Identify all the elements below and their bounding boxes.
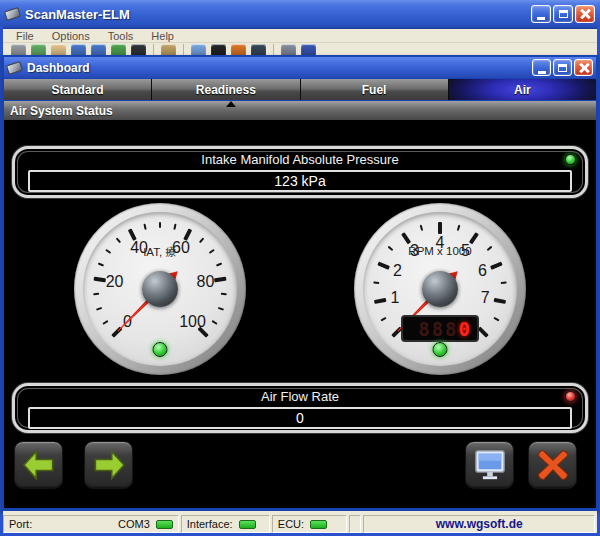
interface-label: Interface: [187,518,233,530]
imap-panel-value: 123 kPa [28,170,572,192]
dashboard-icon [6,60,23,74]
menu-file[interactable]: File [9,30,41,42]
dashboard-tab-bar: StandardReadinessFuelAir [4,79,596,100]
section-header-label: Air System Status [10,104,113,118]
gauge-scale-number: 100 [179,313,206,331]
status-port: Port: COM3 [3,515,179,533]
tab-air[interactable]: Air [449,79,596,100]
toolbar-icon-2[interactable] [31,44,46,55]
minor-tick [159,222,161,228]
rpm-gauge: 012345678RPM x 10008880 [354,203,526,375]
outer-titlebar[interactable]: ScanMaster-ELM [0,0,600,29]
outer-window-title: ScanMaster-ELM [25,7,531,22]
imap-panel: Intake Manifold Absolute Pressure 123 kP… [12,146,588,198]
airflow-panel-title: Air Flow Rate [15,389,585,405]
minor-tick [221,293,227,295]
airflow-status-led [565,391,576,402]
port-led [156,520,173,529]
scanmaster-app-window: ScanMaster-ELM FileOptionsToolsHelp Dash… [0,0,600,536]
status-ecu: ECU: [272,515,348,533]
tab-readiness[interactable]: Readiness [152,79,300,100]
toolbar-icon-10[interactable] [211,44,226,55]
dashboard-titlebar[interactable]: Dashboard [4,57,596,78]
dashboard-window: Dashboard StandardReadinessFuelAir Air S… [1,55,599,511]
gauge-scale-number: 1 [390,289,399,307]
ecu-label: ECU: [278,518,304,530]
menu-options[interactable]: Options [45,30,97,42]
gauge-title: RPM x 1000 [408,245,471,257]
port-label: Port: [9,518,32,530]
dashboard-minimize-icon[interactable] [532,59,551,76]
arrow-left-icon [22,450,56,480]
iat-gauge: 020406080100IAT, 療 [74,203,246,375]
major-tick [438,222,442,234]
digital-value: 0 [459,318,472,340]
toolbar [3,43,597,55]
status-bar: Port: COM3 Interface: ECU: www.wgsoft.de [3,515,597,533]
dashboard-title: Dashboard [27,61,532,75]
gauge-scale-number: 20 [106,273,124,291]
minimize-icon[interactable] [531,5,551,23]
tab-standard[interactable]: Standard [4,79,152,100]
rpm-digital-display: 8880 [401,315,479,342]
arrow-right-icon [92,450,126,480]
menu-tools[interactable]: Tools [101,30,141,42]
tab-fuel[interactable]: Fuel [301,79,449,100]
dashboard-maximize-icon[interactable] [553,59,572,76]
ecu-led [310,520,327,529]
gauge-scale-number: 7 [481,289,490,307]
menu-bar: FileOptionsToolsHelp [3,29,597,43]
status-empty [349,515,361,533]
maximize-icon[interactable] [553,5,573,23]
website-text: www.wgsoft.de [363,515,595,533]
dashboard-content: Intake Manifold Absolute Pressure 123 kP… [4,120,596,508]
gauge-status-led [153,342,168,357]
status-interface: Interface: [181,515,270,533]
gauge-hub [142,271,178,307]
toolbar-icon-3[interactable] [51,44,66,55]
menu-help[interactable]: Help [144,30,181,42]
tab-indicator-arrow [226,101,236,107]
toolbar-icon-13[interactable] [281,44,296,55]
toolbar-icon-6[interactable] [111,44,126,55]
close-x-icon [536,449,570,481]
forward-button[interactable] [84,441,133,489]
toolbar-icon-8[interactable] [161,44,176,55]
monitor-button[interactable] [465,441,514,489]
port-value: COM3 [118,518,150,530]
gauge-status-led [433,342,448,357]
app-icon [4,7,21,21]
toolbar-icon-7[interactable] [131,44,146,55]
toolbar-separator [153,44,154,55]
toolbar-icon-5[interactable] [91,44,106,55]
interface-led [239,520,256,529]
close-icon[interactable] [575,5,595,23]
exit-button[interactable] [528,441,577,489]
toolbar-icon-9[interactable] [191,44,206,55]
dashboard-close-icon[interactable] [574,59,593,76]
toolbar-separator [183,44,184,55]
toolbar-icon-12[interactable] [251,44,266,55]
toolbar-icon-4[interactable] [71,44,86,55]
airflow-panel: Air Flow Rate 0 [12,383,588,433]
section-header: Air System Status [4,101,596,120]
gauge-hub [422,271,458,307]
toolbar-icon-1[interactable] [11,44,26,55]
imap-panel-title: Intake Manifold Absolute Pressure [15,152,585,168]
gauge-scale-number: 6 [478,262,487,280]
imap-status-led [565,154,576,165]
toolbar-icon-11[interactable] [231,44,246,55]
toolbar-separator [273,44,274,55]
back-button[interactable] [14,441,63,489]
airflow-panel-value: 0 [28,407,572,429]
digital-ghost-digits: 888 [418,318,458,340]
gauge-scale-number: 80 [197,273,215,291]
gauge-scale-number: 2 [393,262,402,280]
gauge-title: IAT, 療 [143,245,177,260]
toolbar-icon-14[interactable] [301,44,316,55]
monitor-icon [473,449,507,481]
